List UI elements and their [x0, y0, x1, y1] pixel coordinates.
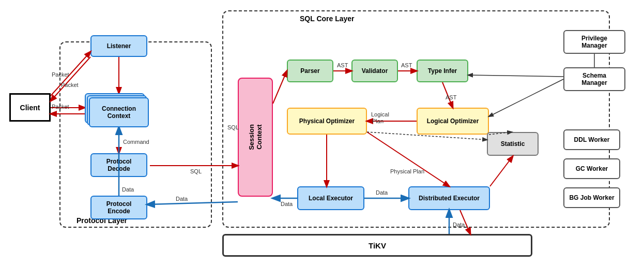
protocol-decode-node: Protocol Decode: [90, 153, 147, 177]
parser-node: Parser: [287, 60, 333, 82]
tikv-node: TiKV: [222, 234, 532, 257]
protocol-encode-node: Protocol Encode: [90, 196, 147, 219]
physical-optimizer-node: Physical Optimizer: [287, 108, 367, 135]
diagram-container: SQL Core Layer Protocol Layer Client Lis…: [0, 0, 644, 265]
listener-node: Listener: [90, 35, 147, 57]
validator-node: Validator: [351, 60, 398, 82]
statistic-node: Statistic: [487, 132, 539, 156]
sql-core-label: SQL Core Layer: [300, 14, 355, 23]
local-executor-node: Local Executor: [297, 186, 364, 210]
privilege-manager-node: Privilege Manager: [563, 30, 625, 54]
connection-context-node: Connection Context: [89, 97, 149, 127]
schema-manager-node: Schema Manager: [563, 67, 625, 91]
session-context-node: Session Context: [238, 78, 273, 197]
ddl-worker-node: DDL Worker: [563, 129, 620, 150]
gc-worker-node: GC Worker: [563, 158, 620, 179]
type-infer-node: Type Infer: [417, 60, 468, 82]
client-node: Client: [9, 93, 51, 122]
logical-optimizer-node: Logical Optimizer: [417, 108, 489, 135]
bg-job-worker-node: BG Job Worker: [563, 187, 620, 208]
distributed-executor-node: Distributed Executor: [408, 186, 490, 210]
